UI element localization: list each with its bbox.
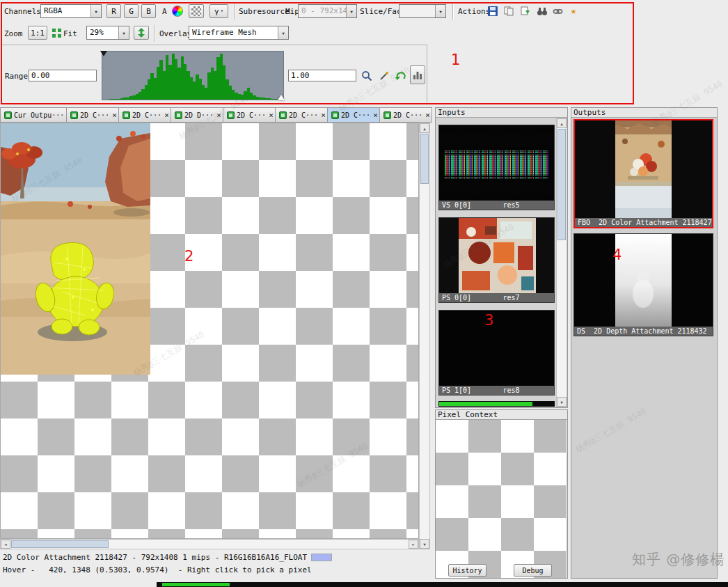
histogram-bars — [102, 52, 283, 100]
close-icon[interactable]: × — [425, 111, 430, 120]
texture-viewer-window: Channels RGBA ▼ R G B A γ ▾ Subresource … — [0, 0, 728, 587]
zhihu-watermark: 知乎 @修修楊 — [632, 550, 725, 569]
tab-4[interactable]: 2D D··· × — [171, 107, 223, 123]
chevron-down-icon: ▼ — [278, 26, 288, 39]
scroll-thumb[interactable] — [557, 129, 566, 240]
tab-7-selected[interactable]: 2D C··· × — [328, 107, 380, 123]
scroll-up-arrow[interactable]: ▲ — [557, 118, 567, 128]
tab-2[interactable]: 2D C··· × — [67, 107, 119, 123]
progress-fill — [439, 402, 532, 406]
reset-range-button[interactable] — [393, 69, 406, 82]
white-point-handle[interactable] — [278, 95, 285, 100]
main-horizontal-scrollbar[interactable]: ◄ ► — [0, 539, 419, 549]
annotation-number-2: 2 — [184, 248, 193, 265]
export-icon — [521, 6, 530, 16]
scroll-thumb[interactable] — [11, 540, 109, 548]
channel-blue-button[interactable]: B — [141, 4, 156, 18]
close-icon[interactable]: × — [216, 111, 221, 120]
range-histogram[interactable] — [102, 51, 284, 100]
tab-5[interactable]: 2D C··· × — [223, 107, 276, 123]
tab-8[interactable]: 2D C··· × — [380, 107, 432, 123]
tab-label: 2D C··· — [132, 111, 161, 119]
channels-select[interactable]: RGBA ▼ — [40, 4, 102, 18]
zoom-range-button[interactable] — [360, 69, 373, 82]
texture-viewport[interactable] — [0, 123, 419, 539]
save-button[interactable] — [487, 6, 498, 17]
texture-tabbar: Cur Outpu··· 2D C··· × 2D C··· × 2D D···… — [0, 107, 433, 123]
export-button[interactable] — [520, 6, 531, 17]
find-button[interactable] — [536, 6, 548, 17]
inputs-scrollbar[interactable]: ▲ ▼ — [556, 118, 567, 407]
scroll-right-arrow[interactable]: ► — [409, 540, 418, 549]
histogram-toggle-button[interactable] — [410, 65, 425, 84]
range-label: Range — [5, 72, 28, 81]
toolbar-zoom-row: Zoom 1:1 Fit 29% ▼ Overlay Wireframe Mes… — [0, 23, 728, 44]
input-thumbnail-image — [439, 125, 554, 202]
channel-alpha-button[interactable]: A — [162, 7, 167, 16]
close-icon[interactable]: × — [321, 111, 326, 120]
binoculars-icon — [537, 6, 548, 16]
fit-label: Fit — [63, 29, 77, 38]
texture-icon — [70, 111, 78, 119]
gamma-button[interactable]: γ ▾ — [209, 4, 228, 18]
mip-select[interactable]: 0 - 792x1408 ▼ — [298, 4, 357, 18]
close-icon[interactable]: × — [164, 111, 169, 120]
slice-face-select[interactable]: ▼ — [399, 4, 446, 18]
texture-icon — [383, 111, 391, 119]
pixel-context-panel: Pixel Context History Debug — [435, 409, 568, 579]
texture-icon — [4, 111, 12, 119]
main-vertical-scrollbar[interactable]: ▲ ▼ — [419, 123, 430, 549]
glitch-rows — [439, 125, 554, 202]
scroll-left-arrow[interactable]: ◄ — [1, 540, 10, 549]
close-icon[interactable]: × — [269, 111, 274, 120]
chevron-down-icon: ▼ — [90, 5, 101, 17]
flip-vertical-icon — [138, 28, 145, 38]
range-black-point-input[interactable] — [29, 70, 97, 81]
autofit-button[interactable] — [377, 69, 390, 82]
resource-name: res5 — [503, 201, 520, 209]
checkerboard-backdrop-button[interactable] — [189, 4, 204, 18]
bottom-progress-green — [162, 583, 230, 586]
close-icon[interactable]: × — [373, 111, 378, 120]
scroll-down-arrow[interactable]: ▼ — [420, 539, 429, 549]
tab-6[interactable]: 2D C··· × — [276, 107, 328, 123]
input-thumbnail-partial[interactable] — [438, 401, 555, 407]
favorite-button[interactable]: ★ — [568, 4, 579, 17]
scroll-down-arrow[interactable]: ▼ — [557, 397, 567, 407]
link-button[interactable] — [552, 6, 563, 17]
input-thumbnail-res5[interactable]: VS 0[0] res5 — [438, 125, 555, 210]
texture-icon — [175, 111, 182, 119]
fit-button[interactable] — [52, 28, 61, 38]
zoom-level-value: 29% — [87, 26, 118, 39]
zoom-level-select[interactable]: 29% ▼ — [86, 26, 129, 40]
flip-y-button[interactable] — [134, 26, 149, 40]
scroll-up-arrow[interactable]: ▲ — [420, 123, 429, 133]
range-white-point-input[interactable] — [288, 70, 356, 81]
overlay-select[interactable]: Wireframe Mesh ▼ — [189, 26, 289, 40]
hover-color-swatch — [311, 554, 332, 561]
zoom-1to1-button[interactable]: 1:1 — [28, 26, 47, 40]
chevron-down-icon: ▾ — [221, 8, 223, 14]
output-thumbnail-depth[interactable]: DS 2D Depth Attachment 2118432 — [573, 233, 713, 336]
history-button[interactable]: History — [448, 564, 486, 577]
channels-label: Channels — [4, 7, 41, 16]
status-texture-info: 2D Color Attachment 2118427 - 792x1408 1… — [3, 553, 307, 562]
annotation-number-4: 4 — [612, 246, 622, 263]
input-thumbnail-res7[interactable]: PS 0[0] res7 — [438, 217, 555, 303]
input-thumbnail-image — [439, 311, 554, 387]
debug-button[interactable]: Debug — [514, 564, 552, 577]
output-thumbnail-color[interactable]: FBO 2D Color Attachment 2118427 — [573, 119, 713, 228]
input-thumbnail-res8[interactable]: PS 1[0] res8 — [438, 310, 555, 396]
annotation-number-3: 3 — [484, 312, 493, 329]
tab-label: 2D C··· — [80, 111, 109, 119]
channel-green-button[interactable]: G — [124, 4, 139, 18]
color-wheel-icon[interactable] — [172, 6, 183, 17]
close-icon[interactable]: × — [112, 111, 117, 120]
tab-3[interactable]: 2D C··· × — [119, 107, 171, 123]
resource-name: res8 — [503, 386, 520, 394]
scroll-thumb[interactable] — [420, 134, 429, 184]
tab-current-output[interactable]: Cur Outpu··· — [0, 107, 67, 123]
channel-red-button[interactable]: R — [106, 4, 121, 18]
copy-button[interactable] — [503, 6, 514, 17]
thumbnail-caption: PS 1[0] res8 — [439, 386, 554, 395]
